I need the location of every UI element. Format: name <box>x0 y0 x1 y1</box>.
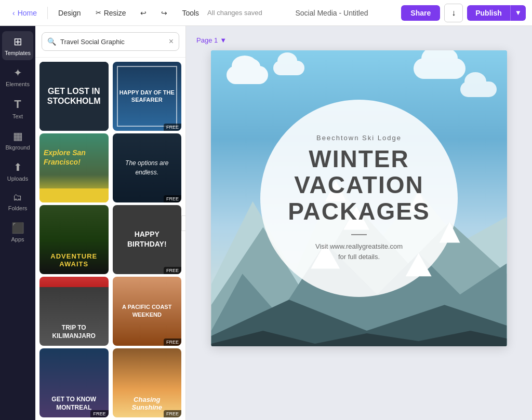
close-icon[interactable]: × <box>169 37 174 46</box>
sidebar-item-background[interactable]: ▦ Bkground <box>2 126 33 155</box>
publish-button[interactable]: Publish <box>467 5 510 21</box>
publish-button-group: Publish ▼ <box>467 5 526 21</box>
template-card-9[interactable]: GET TO KNOW MONTREAL FREE <box>39 348 109 417</box>
tools-button[interactable]: Tools <box>176 6 205 20</box>
sidebar-item-text[interactable]: T Text <box>2 93 33 124</box>
canvas-title-line2: VACATION <box>294 171 423 198</box>
chevron-down-icon: ▼ <box>515 9 522 17</box>
sidebar-item-apps[interactable]: ⬛ Apps <box>2 218 33 247</box>
sidebar-item-templates[interactable]: ⊞ Templates <box>2 31 33 60</box>
nav-divider-1 <box>47 7 48 19</box>
canvas-title-line1: WINTER <box>309 145 409 172</box>
folders-icon: 🗂 <box>13 192 22 203</box>
template-9-text: GET TO KNOW MONTREAL <box>45 396 103 412</box>
sidebar-item-elements[interactable]: ✦ Elements <box>2 62 33 91</box>
template-card-1[interactable]: GET LOST IN STOCKHOLM <box>39 62 109 131</box>
templates-label: Templates <box>5 50 31 56</box>
main-layout: ⊞ Templates ✦ Elements T Text ▦ Bkground… <box>0 26 532 420</box>
templates-grid: GET LOST IN STOCKHOLM HAPPY DAY OF THE S… <box>35 58 185 420</box>
templates-panel: 🔍 × GET LOST IN STOCKHOLM HAPPY DAY OF T… <box>35 26 186 420</box>
folders-label: Folders <box>8 205 28 211</box>
circle-overlay: Beechtown Ski Lodge WINTER VACATION PACK… <box>260 100 458 297</box>
save-status: All changes saved <box>207 9 262 17</box>
resize-label: Resize <box>104 9 126 17</box>
template-8-text: A PACIFIC COAST WEEKEND <box>118 303 177 319</box>
design-button[interactable]: Design <box>52 6 87 20</box>
canvas-subtitle: Beechtown Ski Lodge <box>316 134 402 142</box>
tools-label: Tools <box>182 9 199 17</box>
canvas-divider <box>351 234 367 235</box>
free-badge-4: FREE <box>164 195 181 202</box>
undo-button[interactable]: ↩ <box>134 6 153 20</box>
uploads-icon: ⬆ <box>14 161 22 173</box>
canvas-title: WINTER VACATION PACKAGES <box>288 146 430 225</box>
free-badge-9: FREE <box>90 410 108 417</box>
page-label[interactable]: Page 1 ▼ <box>196 36 227 44</box>
design-label: Design <box>58 9 81 17</box>
left-sidebar: ⊞ Templates ✦ Elements T Text ▦ Bkground… <box>0 26 35 420</box>
template-card-4[interactable]: The options are endless. FREE <box>113 133 182 202</box>
resize-button[interactable]: ✂ Resize <box>89 6 132 20</box>
template-10-text: Chasing Sunshine <box>119 396 176 411</box>
uploads-label: Uploads <box>7 175 28 182</box>
document-title: Social Media - Untitled <box>295 9 368 17</box>
resize-icon: ✂ <box>96 9 101 17</box>
chevron-left-icon: ‹ <box>12 9 15 17</box>
free-badge-8: FREE <box>164 338 181 346</box>
template-5-text: ADVENTURE AWAITS <box>46 252 102 268</box>
canvas-title-line3: PACKAGES <box>288 198 430 225</box>
redo-icon: ↪ <box>161 9 167 17</box>
template-2-text: HAPPY DAY OF THE SEAFARER <box>118 89 177 104</box>
nav-right: Share ↓ Publish ▼ <box>401 4 526 22</box>
collapse-panel-button[interactable]: ‹ <box>181 215 186 231</box>
cloud-4 <box>460 82 497 97</box>
download-button[interactable]: ↓ <box>444 4 463 22</box>
template-card-10[interactable]: Chasing Sunshine FREE <box>113 348 182 417</box>
background-label: Bkground <box>5 144 30 151</box>
search-icon: 🔍 <box>47 37 56 46</box>
sidebar-item-folders[interactable]: 🗂 Folders <box>2 188 33 215</box>
download-icon: ↓ <box>451 8 456 18</box>
elements-icon: ✦ <box>14 66 22 79</box>
apps-label: Apps <box>11 236 24 242</box>
template-card-2[interactable]: HAPPY DAY OF THE SEAFARER FREE <box>113 62 182 131</box>
free-badge-6: FREE <box>164 267 181 274</box>
cloud-3 <box>414 58 466 79</box>
page-chevron-icon: ▼ <box>220 36 227 44</box>
sidebar-item-uploads[interactable]: ⬆ Uploads <box>2 157 33 186</box>
home-button[interactable]: ‹ Home <box>6 6 43 20</box>
template-3-text: Explore San Francisco! <box>44 148 104 167</box>
nav-center: Social Media - Untitled <box>264 9 400 17</box>
template-1-text: GET LOST IN STOCKHOLM <box>44 86 104 106</box>
free-badge-2: FREE <box>164 124 181 131</box>
template-card-6[interactable]: HAPPY BIRTHDAY! FREE <box>113 205 182 274</box>
page-label-text: Page 1 <box>196 36 218 44</box>
canvas-detail: Visit www.reallygreatsite.comfor full de… <box>315 241 403 263</box>
design-canvas[interactable]: Beechtown Ski Lodge WINTER VACATION PACK… <box>211 50 507 346</box>
cloud-2 <box>273 61 304 75</box>
canvas-area: Page 1 ▼ <box>186 26 532 420</box>
apps-icon: ⬛ <box>11 222 24 234</box>
template-card-3[interactable]: Explore San Francisco! <box>39 133 109 202</box>
redo-button[interactable]: ↪ <box>155 6 174 20</box>
share-button[interactable]: Share <box>401 5 440 21</box>
template-4-text: The options are endless. <box>119 158 176 177</box>
search-input[interactable] <box>60 38 165 46</box>
publish-label: Publish <box>475 9 502 17</box>
top-navigation: ‹ Home Design ✂ Resize ↩ ↪ Tools All cha… <box>0 0 532 26</box>
template-card-5[interactable]: ADVENTURE AWAITS <box>39 205 109 274</box>
template-6-text: HAPPY BIRTHDAY! <box>118 229 177 250</box>
elements-label: Elements <box>6 81 30 87</box>
publish-dropdown-button[interactable]: ▼ <box>510 5 526 21</box>
cloud-1 <box>227 66 268 84</box>
search-box: 🔍 × <box>42 32 179 51</box>
share-label: Share <box>410 9 431 17</box>
undo-icon: ↩ <box>140 9 147 17</box>
panel-search: 🔍 × <box>35 26 185 58</box>
template-card-7[interactable]: TRIP TO KILIMANJARO <box>39 277 109 346</box>
text-icon: T <box>14 98 21 111</box>
background-icon: ▦ <box>13 130 23 142</box>
home-label: Home <box>18 9 37 17</box>
template-3-bottom <box>39 188 109 202</box>
template-card-8[interactable]: A PACIFIC COAST WEEKEND FREE <box>113 277 182 346</box>
